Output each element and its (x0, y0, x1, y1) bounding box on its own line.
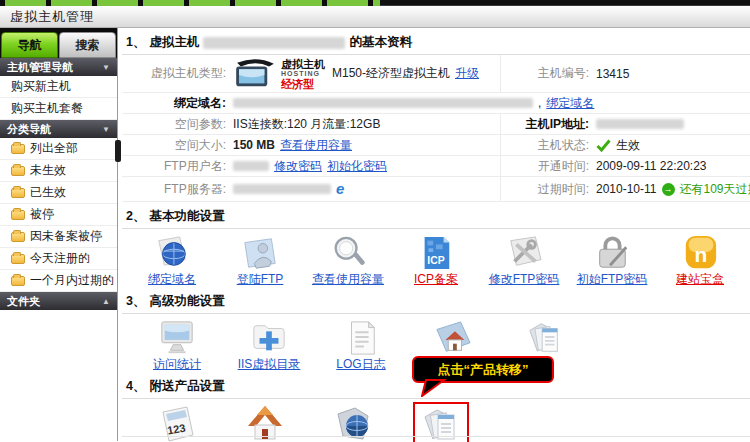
open-time-value: 2009-09-11 22:20:23 (596, 159, 707, 173)
feature-init-ftp-password[interactable]: 初始FTP密码 (574, 235, 650, 288)
group-host-management-title: 主机管理导航 (7, 60, 73, 75)
feature-iis-virtual-dir-link[interactable]: IIS虚拟目录 (238, 357, 301, 371)
sidebar-item-buy-host-plan[interactable]: 购买主机套餐 (0, 98, 117, 120)
host-status-value: 生效 (616, 137, 640, 154)
redacted-ftp-user (233, 161, 269, 171)
ie-browser-icon[interactable]: e (336, 183, 344, 195)
ftp-login-icon (238, 235, 282, 271)
label: 被停 (30, 206, 54, 223)
sidebar-item-registered-today[interactable]: 今天注册的 (0, 248, 117, 270)
host-id-value: 13415 (596, 67, 629, 81)
folder-icon (11, 210, 25, 220)
sidebar-item-not-active[interactable]: 未生效 (0, 160, 117, 182)
tab-navigation-label: 导航 (18, 37, 42, 54)
feature-bind-domain[interactable]: 绑定域名 (134, 235, 210, 288)
feature-view-usage-link[interactable]: 查看使用容量 (312, 272, 384, 286)
magnifier-icon (326, 235, 370, 271)
init-password-link[interactable]: 初始化密码 (327, 158, 387, 175)
basic-feature-row: 绑定域名 登陆FTP 查看使用容量 (122, 229, 750, 291)
section2-title: 基本功能设置 (149, 208, 224, 225)
feature-log-link[interactable]: LOG日志 (336, 357, 385, 371)
row-host-status: 主机状态: 生效 (500, 135, 750, 156)
label: 未生效 (30, 162, 66, 179)
row-space-size: 空间大小: 150 MB 查看使用容量 (122, 135, 500, 156)
feature-log[interactable]: LOG日志 (318, 320, 404, 373)
folder-icon (11, 166, 25, 176)
sidebar-item-expiring-month[interactable]: 一个月内过期的 (0, 270, 117, 292)
lock-icon (590, 235, 634, 271)
feature-visit-stats[interactable]: 访问统计 (134, 320, 220, 373)
group-folders[interactable]: 文件夹 ▲ (0, 292, 117, 310)
view-usage-link[interactable]: 查看使用容量 (280, 137, 352, 154)
badge-sub: HOSTING (281, 69, 325, 79)
label: 因未备案被停 (30, 228, 102, 245)
window-title-bar: 虚拟主机管理 (0, 6, 750, 28)
row-expire-time: 过期时间: 2010-10-11 → 还有109天过期 续费 (500, 177, 750, 202)
bottom-divider (122, 436, 750, 437)
row-host-type: 虚拟主机类型: 虚拟主机 HOSTING 经济型 M150-经济型虚拟主机 (122, 55, 500, 93)
space-params-value: IIS连接数:120 月流量:12GB (233, 116, 380, 133)
hosting-badge-text: 虚拟主机 HOSTING 经济型 (281, 59, 325, 89)
log-document-icon (339, 320, 383, 356)
feature-visit-stats-link[interactable]: 访问统计 (153, 357, 201, 371)
change-password-link[interactable]: 修改密码 (274, 158, 322, 175)
space-size-value: 150 MB (233, 138, 275, 152)
folder-icon (11, 276, 25, 286)
section4-number: 4、 (126, 378, 145, 395)
sidebar-item-active[interactable]: 已生效 (0, 182, 117, 204)
feature-icp-record[interactable]: ICP ICP备案 (398, 235, 474, 288)
bind-domain-link[interactable]: 绑定域名 (546, 95, 594, 112)
expire-notice: 还有109天过期 (680, 181, 750, 198)
host-type-value: M150-经济型虚拟主机 (332, 65, 450, 82)
feature-sitebuilder-box-link[interactable]: 建站宝盒 (676, 272, 724, 286)
upgrade-link[interactable]: 升级 (455, 65, 479, 82)
page-title: 虚拟主机管理 (10, 8, 94, 26)
sidebar-item-stopped[interactable]: 被停 (0, 204, 117, 226)
ftp-user-label: FTP用户名: (122, 158, 226, 175)
feature-init-ftp-password-link[interactable]: 初始FTP密码 (577, 272, 648, 286)
feature-ftp-login-link[interactable]: 登陆FTP (237, 272, 284, 286)
group-host-management[interactable]: 主机管理导航 ▼ (0, 58, 117, 76)
green-segments (0, 0, 380, 6)
feature-sitebuilder-box[interactable]: n 建站宝盒 (662, 235, 738, 288)
folder-icon (11, 188, 25, 198)
feature-change-ftp-password[interactable]: 修改FTP密码 (486, 235, 562, 288)
row-ftp-user: FTP用户名: 修改密码 初始化密码 (122, 156, 500, 177)
section4-title: 附送产品设置 (149, 378, 224, 395)
space-size-label: 空间大小: (122, 137, 226, 154)
host-type-label: 虚拟主机类型: (122, 65, 226, 82)
hosting-monitor-icon (233, 58, 277, 90)
folder-icon (11, 232, 25, 242)
callout-bubble: 点击“产品转移” (412, 356, 554, 383)
feature-ftp-login[interactable]: 登陆FTP (222, 235, 298, 288)
feature-iis-virtual-dir[interactable]: IIS虚拟目录 (226, 320, 312, 373)
section1-number: 1、 (126, 34, 145, 51)
label: 今天注册的 (30, 250, 90, 267)
strip-rest (380, 0, 750, 6)
redacted-ip (596, 119, 684, 129)
sidebar-tabs: 导航 搜索 (0, 28, 117, 58)
redacted-host-name (203, 37, 345, 49)
globe-folder-icon (150, 235, 194, 271)
group-category-nav-title: 分类导航 (7, 122, 51, 137)
sidebar-item-buy-new-host[interactable]: 购买新主机 (0, 76, 117, 98)
feature-change-ftp-password-link[interactable]: 修改FTP密码 (489, 272, 560, 286)
section3-heading: 3、 高级功能设置 (122, 291, 750, 314)
row-bound-domains: 绑定域名: , 绑定域名 (122, 93, 750, 114)
sidebar-item-stopped-no-icp[interactable]: 因未备案被停 (0, 226, 117, 248)
feature-view-usage[interactable]: 查看使用容量 (310, 235, 386, 288)
host-status-label: 主机状态: (501, 137, 589, 154)
tab-navigation[interactable]: 导航 (1, 32, 58, 58)
feature-bind-domain-link[interactable]: 绑定域名 (148, 272, 196, 286)
label: 列出全部 (30, 140, 78, 157)
svg-text:ICP: ICP (427, 255, 444, 266)
nicebox-icon: n (678, 235, 722, 271)
feature-icp-record-link[interactable]: ICP备案 (414, 272, 458, 286)
host-id-label: 主机编号: (501, 65, 589, 82)
tab-search[interactable]: 搜索 (59, 32, 116, 58)
section2-heading: 2、 基本功能设置 (122, 206, 750, 229)
section2-number: 2、 (126, 208, 145, 225)
section3-number: 3、 (126, 293, 145, 310)
group-category-nav[interactable]: 分类导航 ▼ (0, 120, 117, 138)
sidebar-item-list-all[interactable]: 列出全部 (0, 138, 117, 160)
